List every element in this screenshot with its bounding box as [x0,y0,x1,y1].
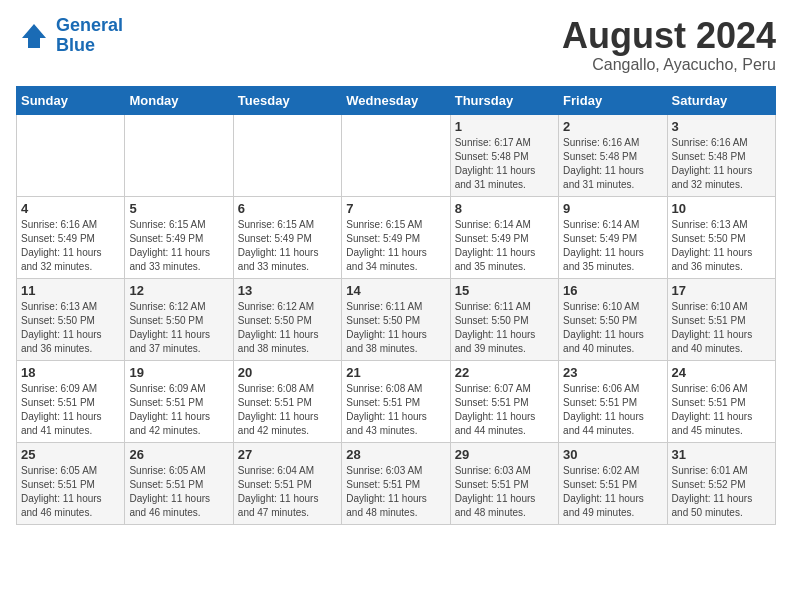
calendar-cell [125,114,233,196]
day-info: Sunrise: 6:05 AM Sunset: 5:51 PM Dayligh… [21,464,120,520]
day-info: Sunrise: 6:06 AM Sunset: 5:51 PM Dayligh… [672,382,771,438]
day-number: 16 [563,283,662,298]
calendar-cell: 13Sunrise: 6:12 AM Sunset: 5:50 PM Dayli… [233,278,341,360]
weekday-header-thursday: Thursday [450,86,558,114]
day-info: Sunrise: 6:17 AM Sunset: 5:48 PM Dayligh… [455,136,554,192]
day-number: 2 [563,119,662,134]
day-number: 17 [672,283,771,298]
day-info: Sunrise: 6:09 AM Sunset: 5:51 PM Dayligh… [21,382,120,438]
day-info: Sunrise: 6:11 AM Sunset: 5:50 PM Dayligh… [346,300,445,356]
calendar-cell: 31Sunrise: 6:01 AM Sunset: 5:52 PM Dayli… [667,442,775,524]
logo: General Blue [16,16,123,56]
calendar-cell: 12Sunrise: 6:12 AM Sunset: 5:50 PM Dayli… [125,278,233,360]
week-row-3: 11Sunrise: 6:13 AM Sunset: 5:50 PM Dayli… [17,278,776,360]
day-number: 9 [563,201,662,216]
day-number: 4 [21,201,120,216]
day-info: Sunrise: 6:06 AM Sunset: 5:51 PM Dayligh… [563,382,662,438]
calendar-cell: 5Sunrise: 6:15 AM Sunset: 5:49 PM Daylig… [125,196,233,278]
day-info: Sunrise: 6:04 AM Sunset: 5:51 PM Dayligh… [238,464,337,520]
day-number: 10 [672,201,771,216]
week-row-1: 1Sunrise: 6:17 AM Sunset: 5:48 PM Daylig… [17,114,776,196]
weekday-header-tuesday: Tuesday [233,86,341,114]
day-info: Sunrise: 6:15 AM Sunset: 5:49 PM Dayligh… [238,218,337,274]
calendar-cell: 4Sunrise: 6:16 AM Sunset: 5:49 PM Daylig… [17,196,125,278]
calendar-cell: 28Sunrise: 6:03 AM Sunset: 5:51 PM Dayli… [342,442,450,524]
calendar-cell: 14Sunrise: 6:11 AM Sunset: 5:50 PM Dayli… [342,278,450,360]
calendar-cell: 24Sunrise: 6:06 AM Sunset: 5:51 PM Dayli… [667,360,775,442]
day-info: Sunrise: 6:14 AM Sunset: 5:49 PM Dayligh… [455,218,554,274]
day-number: 19 [129,365,228,380]
calendar-cell: 19Sunrise: 6:09 AM Sunset: 5:51 PM Dayli… [125,360,233,442]
day-number: 13 [238,283,337,298]
calendar-cell: 9Sunrise: 6:14 AM Sunset: 5:49 PM Daylig… [559,196,667,278]
calendar-cell: 7Sunrise: 6:15 AM Sunset: 5:49 PM Daylig… [342,196,450,278]
calendar-cell: 2Sunrise: 6:16 AM Sunset: 5:48 PM Daylig… [559,114,667,196]
day-number: 8 [455,201,554,216]
day-number: 21 [346,365,445,380]
day-number: 27 [238,447,337,462]
day-info: Sunrise: 6:02 AM Sunset: 5:51 PM Dayligh… [563,464,662,520]
calendar-table: SundayMondayTuesdayWednesdayThursdayFrid… [16,86,776,525]
calendar-cell: 16Sunrise: 6:10 AM Sunset: 5:50 PM Dayli… [559,278,667,360]
calendar-body: 1Sunrise: 6:17 AM Sunset: 5:48 PM Daylig… [17,114,776,524]
calendar-cell: 3Sunrise: 6:16 AM Sunset: 5:48 PM Daylig… [667,114,775,196]
day-number: 31 [672,447,771,462]
day-info: Sunrise: 6:14 AM Sunset: 5:49 PM Dayligh… [563,218,662,274]
day-info: Sunrise: 6:03 AM Sunset: 5:51 PM Dayligh… [346,464,445,520]
page-header: General Blue August 2024 Cangallo, Ayacu… [16,16,776,74]
weekday-header-sunday: Sunday [17,86,125,114]
day-info: Sunrise: 6:11 AM Sunset: 5:50 PM Dayligh… [455,300,554,356]
calendar-title: August 2024 [562,16,776,56]
day-number: 25 [21,447,120,462]
day-number: 26 [129,447,228,462]
day-info: Sunrise: 6:10 AM Sunset: 5:51 PM Dayligh… [672,300,771,356]
day-number: 29 [455,447,554,462]
title-block: August 2024 Cangallo, Ayacucho, Peru [562,16,776,74]
day-info: Sunrise: 6:03 AM Sunset: 5:51 PM Dayligh… [455,464,554,520]
weekday-header-friday: Friday [559,86,667,114]
day-number: 6 [238,201,337,216]
calendar-cell: 20Sunrise: 6:08 AM Sunset: 5:51 PM Dayli… [233,360,341,442]
calendar-cell: 29Sunrise: 6:03 AM Sunset: 5:51 PM Dayli… [450,442,558,524]
day-info: Sunrise: 6:08 AM Sunset: 5:51 PM Dayligh… [238,382,337,438]
day-number: 14 [346,283,445,298]
week-row-2: 4Sunrise: 6:16 AM Sunset: 5:49 PM Daylig… [17,196,776,278]
calendar-cell: 27Sunrise: 6:04 AM Sunset: 5:51 PM Dayli… [233,442,341,524]
day-info: Sunrise: 6:07 AM Sunset: 5:51 PM Dayligh… [455,382,554,438]
weekday-header-row: SundayMondayTuesdayWednesdayThursdayFrid… [17,86,776,114]
weekday-header-wednesday: Wednesday [342,86,450,114]
day-info: Sunrise: 6:12 AM Sunset: 5:50 PM Dayligh… [129,300,228,356]
calendar-header: SundayMondayTuesdayWednesdayThursdayFrid… [17,86,776,114]
calendar-cell: 21Sunrise: 6:08 AM Sunset: 5:51 PM Dayli… [342,360,450,442]
day-info: Sunrise: 6:15 AM Sunset: 5:49 PM Dayligh… [129,218,228,274]
day-number: 24 [672,365,771,380]
day-number: 30 [563,447,662,462]
calendar-cell: 26Sunrise: 6:05 AM Sunset: 5:51 PM Dayli… [125,442,233,524]
day-number: 5 [129,201,228,216]
week-row-4: 18Sunrise: 6:09 AM Sunset: 5:51 PM Dayli… [17,360,776,442]
day-info: Sunrise: 6:16 AM Sunset: 5:49 PM Dayligh… [21,218,120,274]
calendar-cell: 18Sunrise: 6:09 AM Sunset: 5:51 PM Dayli… [17,360,125,442]
calendar-cell: 23Sunrise: 6:06 AM Sunset: 5:51 PM Dayli… [559,360,667,442]
day-info: Sunrise: 6:16 AM Sunset: 5:48 PM Dayligh… [672,136,771,192]
weekday-header-monday: Monday [125,86,233,114]
calendar-cell: 6Sunrise: 6:15 AM Sunset: 5:49 PM Daylig… [233,196,341,278]
calendar-cell: 15Sunrise: 6:11 AM Sunset: 5:50 PM Dayli… [450,278,558,360]
day-number: 18 [21,365,120,380]
day-number: 22 [455,365,554,380]
day-number: 20 [238,365,337,380]
day-info: Sunrise: 6:13 AM Sunset: 5:50 PM Dayligh… [672,218,771,274]
calendar-cell: 17Sunrise: 6:10 AM Sunset: 5:51 PM Dayli… [667,278,775,360]
calendar-cell [233,114,341,196]
calendar-cell: 30Sunrise: 6:02 AM Sunset: 5:51 PM Dayli… [559,442,667,524]
week-row-5: 25Sunrise: 6:05 AM Sunset: 5:51 PM Dayli… [17,442,776,524]
weekday-header-saturday: Saturday [667,86,775,114]
day-info: Sunrise: 6:16 AM Sunset: 5:48 PM Dayligh… [563,136,662,192]
calendar-cell: 22Sunrise: 6:07 AM Sunset: 5:51 PM Dayli… [450,360,558,442]
day-number: 12 [129,283,228,298]
calendar-subtitle: Cangallo, Ayacucho, Peru [562,56,776,74]
day-info: Sunrise: 6:08 AM Sunset: 5:51 PM Dayligh… [346,382,445,438]
day-info: Sunrise: 6:10 AM Sunset: 5:50 PM Dayligh… [563,300,662,356]
day-info: Sunrise: 6:09 AM Sunset: 5:51 PM Dayligh… [129,382,228,438]
calendar-cell: 10Sunrise: 6:13 AM Sunset: 5:50 PM Dayli… [667,196,775,278]
